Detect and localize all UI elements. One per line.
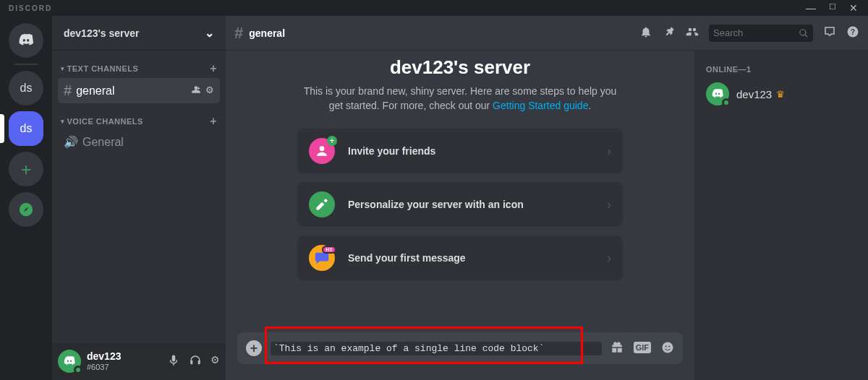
pinned-messages-icon[interactable]: [663, 25, 676, 40]
guild-ds-2-selected[interactable]: ds: [9, 111, 43, 146]
personalize-icon: [309, 191, 335, 217]
guild-add[interactable]: ＋: [9, 152, 43, 186]
chat-area: dev123's server This is your brand new, …: [226, 51, 694, 380]
channel-label: general: [76, 85, 191, 98]
attach-button[interactable]: +: [246, 340, 262, 356]
hashtag-icon: #: [234, 24, 243, 43]
welcome-card-invite[interactable]: + Invite your friends ›: [297, 129, 623, 173]
message-input[interactable]: `This is an example of a single line cod…: [271, 342, 602, 355]
guild-ds-1[interactable]: ds: [9, 71, 43, 105]
sticker-button[interactable]: [661, 341, 674, 356]
self-discriminator: #6037: [87, 363, 121, 371]
guild-rail: ds ds ＋: [0, 16, 52, 380]
welcome-title: dev123's server: [255, 56, 665, 79]
channel-topbar: # general Search ?: [226, 16, 868, 51]
server-header[interactable]: dev123's server ⌄: [52, 16, 226, 51]
member-online-header: ONLINE—1: [700, 65, 862, 79]
window-close[interactable]: ✕: [849, 2, 858, 14]
create-invite-icon[interactable]: [191, 85, 201, 97]
window-titlebar: DISCORD ― ☐ ✕: [0, 0, 868, 16]
welcome-panel: dev123's server This is your brand new, …: [226, 51, 694, 332]
status-online-dot: [74, 366, 82, 374]
search-input[interactable]: Search: [709, 25, 813, 42]
message-composer[interactable]: + `This is an example of a single line c…: [237, 332, 683, 364]
chevron-right-icon: ›: [607, 144, 611, 159]
gift-button[interactable]: [610, 341, 624, 356]
compass-icon: [18, 202, 34, 217]
getting-started-link[interactable]: Getting Started guide: [493, 100, 588, 111]
discord-logo-icon: [17, 31, 35, 50]
gif-button[interactable]: GIF: [634, 341, 651, 356]
member-name: dev123: [736, 88, 772, 100]
svg-point-2: [663, 342, 673, 353]
invite-icon: +: [309, 138, 335, 164]
status-online-dot: [722, 98, 731, 107]
user-panel: dev123 #6037 ⚙: [52, 342, 226, 380]
chevron-down-icon: ⌄: [205, 26, 214, 40]
welcome-card-personalize[interactable]: Personalize your server with an icon ›: [297, 182, 623, 227]
svg-point-3: [665, 345, 667, 347]
message-icon: Hi!: [309, 245, 335, 271]
window-maximize[interactable]: ☐: [829, 2, 836, 14]
mute-mic-button[interactable]: [167, 354, 180, 369]
chevron-right-icon: ›: [607, 251, 611, 266]
search-icon: [799, 28, 809, 38]
caret-down-icon: ▾: [61, 118, 65, 125]
svg-point-4: [668, 345, 670, 347]
app-brand: DISCORD: [6, 4, 52, 12]
user-settings-button[interactable]: ⚙: [210, 354, 220, 369]
channel-title: general: [249, 27, 285, 39]
channel-label: General: [82, 136, 214, 149]
channel-list: ▾TEXT CHANNELS + # general ⚙ ▾VOICE CHAN…: [52, 51, 226, 342]
hashtag-icon: #: [64, 82, 72, 99]
guild-explore[interactable]: [9, 192, 43, 227]
guild-home[interactable]: [9, 23, 43, 58]
category-voice[interactable]: ▾VOICE CHANNELS +: [52, 115, 226, 128]
server-owner-crown-icon: ♛: [776, 89, 785, 100]
window-minimize[interactable]: ―: [806, 2, 816, 14]
member-avatar: [706, 82, 729, 105]
category-text[interactable]: ▾TEXT CHANNELS +: [52, 62, 226, 75]
svg-text:?: ?: [851, 27, 855, 36]
server-name: dev123's server: [64, 27, 140, 39]
speaker-icon: 🔊: [64, 135, 78, 149]
guild-separator: [14, 64, 38, 65]
search-placeholder: Search: [713, 27, 799, 38]
channel-settings-icon[interactable]: ⚙: [205, 85, 214, 97]
inbox-icon[interactable]: [823, 25, 836, 40]
help-icon[interactable]: ?: [846, 25, 859, 40]
channel-text-general[interactable]: # general ⚙: [58, 78, 220, 103]
welcome-card-first-message[interactable]: Hi! Send your first message ›: [297, 236, 623, 280]
self-username: dev123: [87, 351, 121, 362]
chevron-right-icon: ›: [607, 197, 611, 212]
welcome-subtitle: This is your brand new, shiny server. He…: [301, 85, 619, 113]
add-channel-icon[interactable]: +: [210, 115, 217, 128]
member-list-panel: ONLINE—1 dev123 ♛: [694, 51, 868, 380]
channel-voice-general[interactable]: 🔊 General: [58, 131, 220, 153]
member-item[interactable]: dev123 ♛: [700, 79, 862, 108]
window-controls: ― ☐ ✕: [806, 2, 862, 14]
main-content: # general Search ? dev123's server This …: [226, 16, 868, 380]
notification-bell-icon[interactable]: [639, 25, 652, 40]
add-channel-icon[interactable]: +: [210, 62, 217, 75]
deafen-button[interactable]: [189, 354, 202, 369]
caret-down-icon: ▾: [61, 65, 65, 72]
channel-sidebar: dev123's server ⌄ ▾TEXT CHANNELS + # gen…: [52, 16, 226, 380]
composer-area: + `This is an example of a single line c…: [226, 332, 694, 380]
member-list-toggle-icon[interactable]: [686, 25, 699, 40]
self-avatar[interactable]: [58, 350, 81, 373]
